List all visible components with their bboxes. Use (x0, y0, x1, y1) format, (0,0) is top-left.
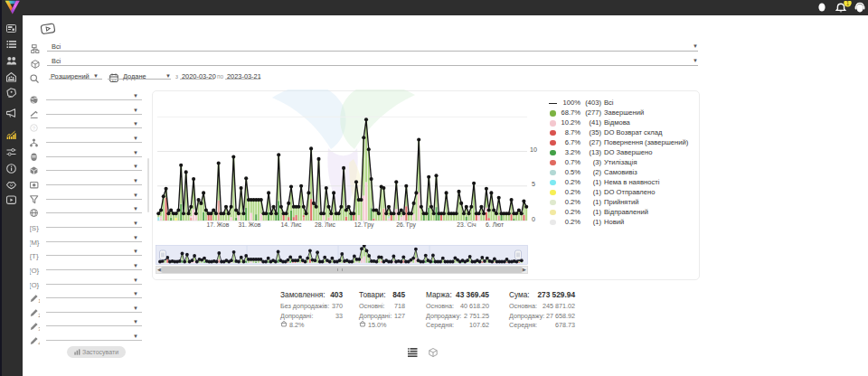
svg-text:1: 1 (846, 1, 850, 6)
svg-text:3: 3 (38, 326, 40, 332)
svg-text:4: 4 (38, 341, 40, 346)
svg-text:{M}: {M} (30, 238, 40, 246)
svg-text:1: 1 (38, 298, 40, 304)
svg-text:?: ? (33, 126, 36, 131)
svg-text:{T}: {T} (30, 252, 39, 260)
svg-text:2: 2 (38, 312, 40, 317)
svg-text:{O}: {O} (30, 267, 40, 275)
svg-text:{S}: {S} (30, 224, 39, 232)
svg-text:{O}: {O} (30, 280, 40, 288)
